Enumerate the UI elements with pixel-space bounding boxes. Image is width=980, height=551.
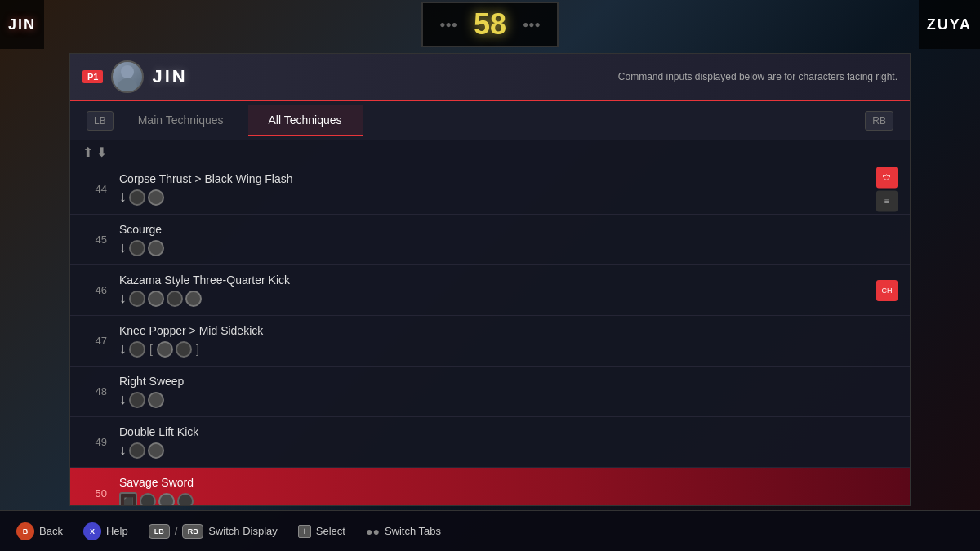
technique-content: Corpse Thrust > Black Wing Flash ↓ bbox=[119, 172, 898, 206]
table-row-selected[interactable]: 50 Savage Sword ⬛ bbox=[70, 468, 910, 505]
dpad-icon: ●● bbox=[366, 525, 380, 538]
input-down: ↓ bbox=[119, 391, 127, 408]
scroll-up-icon: ⬆ ⬇ bbox=[82, 144, 107, 160]
technique-inputs: ↓ bbox=[119, 290, 898, 307]
badge-special: CH bbox=[876, 280, 898, 301]
back-button[interactable]: B Back bbox=[16, 522, 63, 540]
input-circle bbox=[157, 341, 173, 358]
techniques-list[interactable]: ⬆ ⬇ 44 Corpse Thrust > Black Wing Flash … bbox=[70, 140, 910, 505]
input-circle bbox=[158, 493, 175, 505]
b-button-icon: B bbox=[16, 522, 34, 540]
player-right: ZUYA bbox=[919, 0, 980, 49]
input-circle bbox=[148, 291, 164, 307]
technique-content: Scourge ↓ bbox=[119, 223, 898, 256]
timer-dots-left: ●●● bbox=[439, 19, 457, 30]
input-circle bbox=[148, 240, 164, 256]
top-hud: JIN ●●● 58 ●●● ZUYA bbox=[0, 0, 980, 49]
player-left: JIN bbox=[0, 0, 44, 49]
input-down: ↓ bbox=[119, 239, 127, 256]
technique-name: Savage Sword bbox=[119, 476, 898, 489]
char-name: JIN bbox=[152, 66, 187, 87]
technique-name: Kazama Style Three-Quarter Kick bbox=[119, 273, 898, 287]
technique-inputs: ⬛ bbox=[119, 492, 898, 505]
lb-button-icon: LB bbox=[149, 524, 170, 539]
technique-inputs: ↓ bbox=[119, 391, 898, 408]
timer: ●●● 58 ●●● bbox=[421, 2, 559, 47]
technique-name: Corpse Thrust > Black Wing Flash bbox=[119, 172, 898, 185]
technique-name: Double Lift Kick bbox=[119, 425, 898, 438]
badge-special: 🛡 bbox=[876, 167, 898, 188]
input-circle bbox=[176, 341, 192, 358]
select-button[interactable]: + Select bbox=[298, 525, 345, 538]
input-circle bbox=[129, 240, 145, 256]
technique-inputs: ↓ bbox=[119, 239, 898, 256]
input-circle bbox=[129, 291, 145, 307]
row-number: 44 bbox=[82, 183, 107, 195]
tab-main-techniques[interactable]: Main Techniques bbox=[118, 105, 244, 136]
help-label: Help bbox=[106, 525, 128, 537]
technique-content: Kazama Style Three-Quarter Kick ↓ bbox=[119, 273, 898, 307]
tabs-bar: LB Main Techniques All Techniques RB bbox=[70, 101, 910, 140]
row-badges: CH bbox=[876, 280, 898, 301]
svg-point-1 bbox=[118, 78, 137, 91]
technique-name: Scourge bbox=[119, 223, 898, 236]
rb-button-icon: RB bbox=[182, 524, 203, 539]
input-circle bbox=[129, 392, 145, 408]
input-circle bbox=[148, 392, 164, 408]
switch-display-button[interactable]: LB / RB Switch Display bbox=[149, 524, 278, 539]
technique-name: Right Sweep bbox=[119, 375, 898, 388]
tab-all-techniques[interactable]: All Techniques bbox=[248, 105, 363, 136]
table-row[interactable]: 47 Knee Popper > Mid Sidekick ↓ [ ] bbox=[70, 316, 910, 367]
input-circle bbox=[167, 291, 183, 307]
row-number: 49 bbox=[82, 436, 107, 448]
row-number: 50 bbox=[82, 487, 107, 500]
badge-notes: ≡ bbox=[876, 190, 898, 211]
technique-content: Double Lift Kick ↓ bbox=[119, 425, 898, 459]
timer-number: 58 bbox=[474, 7, 506, 42]
technique-content: Right Sweep ↓ bbox=[119, 375, 898, 408]
input-down: ↓ bbox=[119, 340, 127, 358]
player-right-name: ZUYA bbox=[927, 16, 972, 33]
input-circle bbox=[140, 493, 156, 505]
command-note: Command inputs displayed below are for c… bbox=[618, 71, 898, 82]
table-row[interactable]: 49 Double Lift Kick ↓ bbox=[70, 417, 910, 468]
input-down: ↓ bbox=[119, 442, 127, 459]
char-header: P1 JIN Command inputs displayed below ar… bbox=[70, 54, 910, 101]
technique-inputs: ↓ bbox=[119, 442, 898, 459]
help-button[interactable]: X Help bbox=[83, 522, 128, 540]
bracket-close: ] bbox=[196, 343, 199, 356]
input-special: ⬛ bbox=[119, 492, 137, 505]
switch-tabs-button[interactable]: ●● Switch Tabs bbox=[366, 525, 441, 538]
input-circle bbox=[148, 189, 164, 206]
switch-tabs-label: Switch Tabs bbox=[385, 525, 441, 537]
table-row[interactable]: 44 Corpse Thrust > Black Wing Flash ↓ 🛡 … bbox=[70, 164, 910, 215]
table-row[interactable]: 46 Kazama Style Three-Quarter Kick ↓ CH bbox=[70, 265, 910, 316]
table-row[interactable]: 48 Right Sweep ↓ bbox=[70, 367, 910, 417]
input-circle bbox=[129, 341, 145, 358]
input-circle bbox=[129, 189, 145, 206]
row-number: 47 bbox=[82, 335, 107, 347]
timer-dots-right: ●●● bbox=[523, 19, 541, 30]
lb-trigger[interactable]: LB bbox=[87, 111, 114, 131]
player-left-name: JIN bbox=[8, 16, 36, 33]
switch-display-label: Switch Display bbox=[208, 525, 278, 537]
char-avatar bbox=[111, 60, 144, 93]
bracket-open: [ bbox=[149, 343, 153, 356]
input-down: ↓ bbox=[119, 189, 127, 206]
x-button-icon: X bbox=[83, 522, 101, 540]
input-down: ↓ bbox=[119, 290, 127, 307]
select-icon: + bbox=[298, 525, 311, 538]
input-circle bbox=[185, 291, 202, 307]
input-circle bbox=[177, 493, 194, 505]
technique-inputs: ↓ bbox=[119, 189, 898, 206]
back-label: Back bbox=[39, 525, 63, 537]
input-circle bbox=[148, 442, 164, 459]
technique-inputs: ↓ [ ] bbox=[119, 340, 898, 358]
technique-content: Savage Sword ⬛ bbox=[119, 476, 898, 505]
bottom-bar: B Back X Help LB / RB Switch Display + S… bbox=[0, 510, 980, 551]
row-number: 48 bbox=[82, 385, 107, 398]
scroll-indicator: ⬆ ⬇ bbox=[70, 140, 910, 164]
input-circle bbox=[129, 442, 145, 459]
rb-trigger[interactable]: RB bbox=[865, 111, 893, 131]
table-row[interactable]: 45 Scourge ↓ bbox=[70, 215, 910, 265]
